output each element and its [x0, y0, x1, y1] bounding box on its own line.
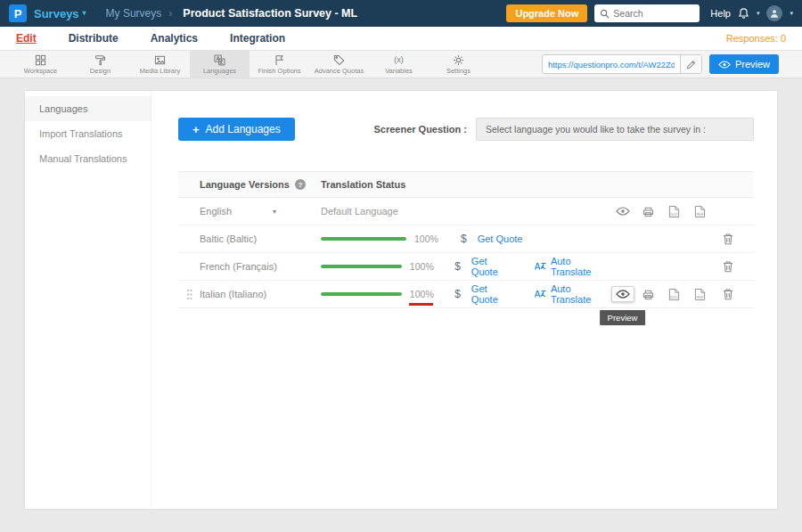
delete-trash-icon[interactable]: [723, 260, 733, 273]
toolbar-item-design[interactable]: Design: [70, 51, 130, 78]
toolbar-item-label: Advance Quotas: [315, 67, 364, 75]
caret-down-icon[interactable]: ▾: [790, 10, 793, 17]
toolbar-item-label: Workspace: [24, 67, 57, 75]
preview-eye-icon[interactable]: [616, 207, 630, 216]
sidebar-item-languages[interactable]: Languages: [25, 96, 151, 121]
eye-icon: [718, 61, 731, 69]
toolbar-item-languages[interactable]: Languages: [190, 51, 250, 78]
search-input[interactable]: [613, 8, 694, 19]
column-language-versions: Language Versions ?: [178, 179, 321, 190]
auto-translate-group[interactable]: Auto Translate: [534, 283, 610, 305]
screener-question-label: Screener Question :: [373, 124, 467, 135]
toolbar-item-media-library[interactable]: Media Library: [130, 51, 190, 78]
sidebar-item-manual-translations[interactable]: Manual Translations: [25, 146, 151, 171]
language-name-label: Italian (Italiano): [200, 289, 266, 299]
questionpro-logo[interactable]: P: [9, 4, 27, 22]
dollar-icon[interactable]: $: [454, 288, 461, 300]
language-dropdown-english[interactable]: English ▾: [200, 206, 321, 217]
dollar-icon[interactable]: $: [454, 260, 461, 273]
survey-url-input[interactable]: [543, 60, 680, 70]
table-row-italian: Italian (Italiano) 100% $ Get Quote Auto…: [178, 281, 754, 308]
red-annotation-mark: [409, 303, 433, 306]
breadcrumb-my-surveys[interactable]: My Surveys: [106, 7, 162, 20]
add-languages-label: Add Languages: [206, 123, 281, 135]
toolbar-item-advance-quotas[interactable]: Advance Quotas: [309, 51, 369, 78]
progress-bar: [321, 292, 402, 296]
tab-analytics[interactable]: Analytics: [151, 32, 198, 45]
delete-trash-icon[interactable]: [723, 233, 733, 245]
translate-icon: [534, 289, 546, 299]
toolbar-item-workspace[interactable]: Workspace: [11, 51, 70, 78]
language-name: French (Français): [200, 261, 321, 272]
language-name-label: Baltic (Baltic): [200, 233, 257, 244]
add-languages-button[interactable]: + Add Languages: [178, 118, 295, 141]
plus-icon: +: [192, 123, 200, 136]
delete-trash-icon[interactable]: [723, 288, 733, 300]
preview-button[interactable]: Preview: [709, 54, 779, 74]
language-name: Baltic (Baltic): [200, 233, 321, 244]
progress-bar: [321, 237, 406, 241]
toolbar-item-label: Design: [90, 67, 110, 75]
toolbar-right: Preview: [542, 51, 802, 78]
print-icon[interactable]: [642, 206, 654, 217]
preview-eye-icon[interactable]: [611, 286, 634, 302]
progress-percent-label: 100%: [410, 289, 434, 299]
status-cell: 100% $ Get Quote Auto Translate: [321, 256, 610, 277]
get-quote-link[interactable]: Get Quote: [471, 256, 514, 277]
variables-icon: (x): [394, 54, 404, 66]
toolbar-item-label: Variables: [385, 67, 413, 75]
default-language-label: Default Language: [321, 206, 398, 217]
print-icon[interactable]: [642, 289, 654, 300]
tab-edit[interactable]: Edit: [16, 32, 37, 45]
help-question-icon[interactable]: ?: [295, 179, 306, 190]
surveys-menu-label: Surveys: [34, 7, 79, 20]
tab-integration[interactable]: Integration: [230, 32, 285, 45]
screener-question-select[interactable]: Select language you would like to take t…: [476, 118, 754, 141]
progress-percent: 100%: [410, 289, 437, 299]
auto-translate-group[interactable]: Auto Translate: [534, 256, 610, 277]
get-quote-link[interactable]: Get Quote: [471, 283, 514, 305]
toolbar-item-variables[interactable]: (x) Variables: [369, 51, 429, 78]
table-row-french: French (Français) 100% $ Get Quote Auto …: [178, 253, 754, 281]
auto-translate-link[interactable]: Auto Translate: [551, 256, 610, 277]
tab-distribute[interactable]: Distribute: [69, 32, 119, 45]
sidebar-item-import-translations[interactable]: Import Translations: [25, 121, 151, 146]
help-link[interactable]: Help: [710, 8, 731, 19]
get-quote-link[interactable]: Get Quote: [478, 233, 523, 244]
preview-button-label: Preview: [735, 59, 770, 70]
drag-handle[interactable]: [178, 289, 200, 300]
column-language-versions-label: Language Versions: [200, 179, 290, 190]
topbar: P Surveys ▾ My Surveys › Product Satisfa…: [0, 0, 802, 27]
notifications-bell-icon[interactable]: [738, 7, 749, 20]
language-name: Italian (Italiano): [200, 289, 321, 299]
dollar-icon[interactable]: $: [461, 233, 467, 245]
row-actions: DOC PDF: [610, 205, 754, 218]
search-box[interactable]: [594, 4, 700, 22]
auto-translate-link[interactable]: Auto Translate: [551, 283, 610, 305]
workspace-grid-icon: [35, 54, 46, 66]
user-avatar[interactable]: [766, 5, 782, 21]
svg-text:DOC: DOC: [670, 212, 678, 217]
progress-bar: [321, 265, 402, 268]
preview-tooltip: Preview: [600, 310, 646, 325]
download-pdf-icon[interactable]: PDF: [694, 288, 706, 301]
toolbar-item-settings[interactable]: Settings: [429, 51, 488, 78]
tag-icon: [333, 54, 345, 66]
download-pdf-icon[interactable]: PDF: [694, 205, 706, 218]
breadcrumb-separator-icon: ›: [168, 7, 172, 20]
row-actions: Preview DOC PDF: [610, 286, 754, 302]
page-title: Product Satisfaction Survey - ML: [183, 7, 357, 20]
responses-count[interactable]: Responses: 0: [726, 33, 786, 44]
edit-url-pencil-icon[interactable]: [680, 55, 701, 73]
caret-down-icon[interactable]: ▾: [757, 10, 760, 17]
toolbar-item-finish-options[interactable]: Finish Options: [250, 51, 309, 78]
download-doc-icon[interactable]: DOC: [668, 205, 680, 218]
column-translation-status: Translation Status: [321, 179, 405, 190]
upgrade-now-button[interactable]: Upgrade Now: [506, 4, 587, 22]
paint-roller-icon: [94, 54, 106, 66]
svg-text:PDF: PDF: [697, 212, 704, 217]
language-name: English: [200, 206, 232, 217]
download-doc-icon[interactable]: DOC: [668, 288, 680, 301]
surveys-menu[interactable]: Surveys ▾: [34, 7, 86, 20]
languages-table: Language Versions ? Translation Status E…: [178, 171, 754, 308]
